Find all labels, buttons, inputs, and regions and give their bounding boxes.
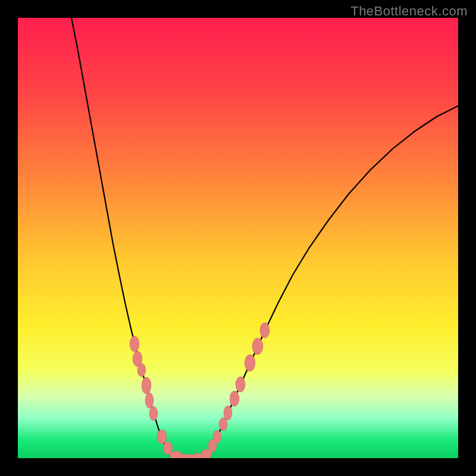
curve-layer xyxy=(18,18,458,458)
bead-point xyxy=(224,406,232,420)
bead-point xyxy=(149,406,158,421)
watermark-text: TheBottleneck.com xyxy=(350,4,468,19)
bead-point xyxy=(137,364,146,377)
bead-point xyxy=(252,338,263,355)
plot-area xyxy=(18,18,458,458)
bead-point xyxy=(245,355,255,371)
bead-point xyxy=(142,377,151,394)
chart-stage: TheBottleneck.com xyxy=(0,0,476,476)
bead-point xyxy=(260,322,270,338)
bead-point xyxy=(236,377,245,392)
bead-point xyxy=(157,430,167,444)
bead-point xyxy=(213,430,221,443)
bead-point xyxy=(130,336,139,352)
beads-group xyxy=(130,322,270,458)
bead-point xyxy=(145,393,154,408)
bead-point xyxy=(219,418,227,431)
bottleneck-curve xyxy=(71,18,458,458)
bead-point xyxy=(230,391,239,406)
